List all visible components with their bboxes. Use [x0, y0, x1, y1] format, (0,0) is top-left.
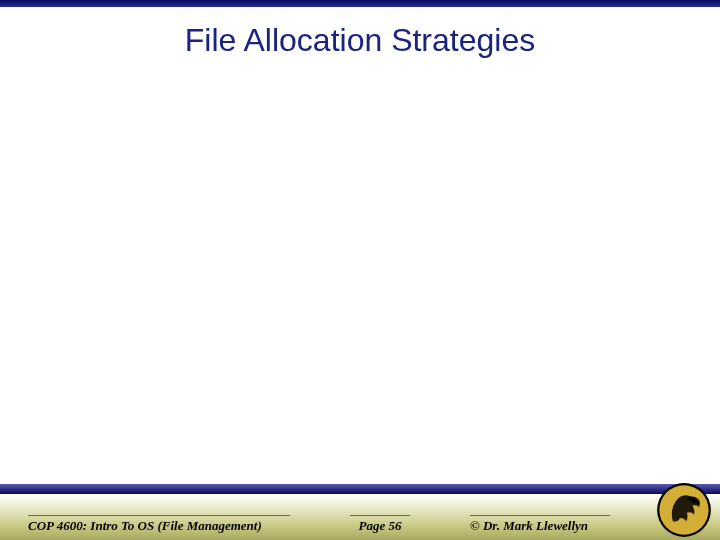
slide: File Allocation Strategies COP 4600: Int… [0, 0, 720, 540]
ucf-pegasus-logo-icon [656, 482, 712, 538]
footer-bar: COP 4600: Intro To OS (File Management) … [0, 484, 720, 540]
footer-gradient: COP 4600: Intro To OS (File Management) … [0, 494, 720, 540]
footer-author-text: © Dr. Mark Llewellyn [470, 515, 610, 534]
top-border-bar [0, 0, 720, 7]
footer-page-text: Page 56 [350, 515, 410, 534]
slide-title: File Allocation Strategies [0, 22, 720, 59]
footer-course-text: COP 4600: Intro To OS (File Management) [28, 515, 290, 534]
footer-navy-stripe [0, 484, 720, 494]
